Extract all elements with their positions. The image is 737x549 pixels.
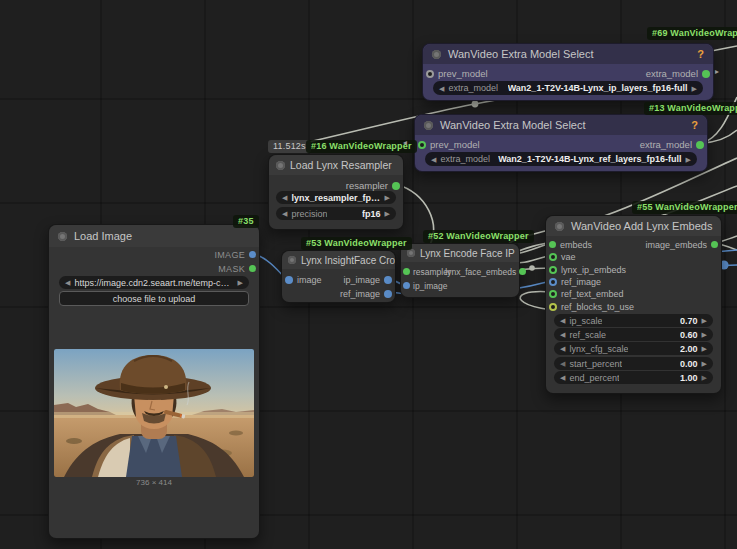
- node-titlebar[interactable]: Lynx InsightFace Crop: [282, 251, 395, 269]
- image-source-combo[interactable]: ◀ https://image.cdn2.seaart.me/temp-conv…: [59, 276, 249, 289]
- node-titlebar[interactable]: WanVideo Extra Model Select ?: [415, 115, 707, 135]
- collapse-dot-icon[interactable]: [288, 256, 296, 264]
- input-slot-resampler[interactable]: resampler: [403, 267, 445, 277]
- widget-right-arrow-icon[interactable]: ▶: [702, 331, 707, 338]
- lynx-resampler-combo[interactable]: ◀ lynx_resampler_fp32-... ▶: [276, 191, 396, 204]
- lynx-cfg-scale-widget[interactable]: ◀ lynx_cfg_scale 2.00 ▶: [554, 342, 713, 355]
- widget-right-arrow-icon[interactable]: ▶: [702, 345, 707, 352]
- help-icon[interactable]: ?: [697, 48, 704, 60]
- widget-left-arrow-icon[interactable]: ◀: [560, 374, 565, 381]
- widget-left-arrow-icon[interactable]: ◀: [560, 317, 565, 324]
- input-slot-embeds[interactable]: embeds: [549, 240, 592, 250]
- output-slot-mask[interactable]: MASK: [218, 264, 256, 274]
- combo-right-arrow-icon[interactable]: ▶: [385, 210, 390, 217]
- input-dot[interactable]: [549, 303, 557, 311]
- choose-file-button[interactable]: choose file to upload: [59, 291, 249, 306]
- combo-right-arrow-icon[interactable]: ▶: [238, 279, 243, 286]
- node-titlebar[interactable]: WanVideo Add Lynx Embeds: [546, 216, 721, 236]
- node-lynx-insightface-crop[interactable]: Lynx InsightFace Crop image ip_image ref…: [281, 250, 396, 303]
- reroute-dot[interactable]: [472, 101, 479, 108]
- ref-scale-widget[interactable]: ◀ ref_scale 0.60 ▶: [554, 328, 713, 341]
- output-slot-ref-image[interactable]: ref_image: [340, 289, 392, 299]
- node-load-image[interactable]: Load Image IMAGE MASK ◀ https://image.cd…: [48, 224, 260, 539]
- collapse-dot-icon[interactable]: [276, 161, 285, 170]
- combo-right-arrow-icon[interactable]: ▶: [385, 194, 390, 201]
- start-percent-widget[interactable]: ◀ start_percent 0.00 ▶: [554, 357, 713, 370]
- output-slot-image-embeds[interactable]: image_embeds: [645, 240, 718, 250]
- combo-left-arrow-icon[interactable]: ◀: [282, 194, 287, 201]
- end-percent-widget[interactable]: ◀ end_percent 1.00 ▶: [554, 371, 713, 384]
- widget-right-arrow-icon[interactable]: ▶: [702, 374, 707, 381]
- extra-model-combo[interactable]: ◀ extra_model Wan2_1-T2V-14B-Lynx_ref_la…: [425, 152, 697, 166]
- node-badge: #52 WanVideoWrapper: [423, 230, 534, 243]
- output-dot[interactable]: [696, 141, 704, 149]
- input-dot[interactable]: [549, 278, 557, 286]
- output-dot[interactable]: [249, 251, 256, 258]
- node-wanvideo-extra-model-select-13[interactable]: WanVideo Extra Model Select ? prev_model…: [414, 114, 708, 172]
- node-load-lynx-resampler[interactable]: Load Lynx Resampler resampler ◀ lynx_res…: [268, 154, 404, 230]
- precision-combo[interactable]: ◀ precision fp16 ▶: [276, 207, 396, 220]
- input-slot-prev-model[interactable]: prev_model: [418, 139, 480, 150]
- widget-left-arrow-icon[interactable]: ◀: [560, 345, 565, 352]
- input-slot-ref-text-embed[interactable]: ref_text_embed: [549, 289, 624, 299]
- input-dot[interactable]: [403, 282, 410, 289]
- widget-left-arrow-icon[interactable]: ◀: [560, 331, 565, 338]
- input-dot[interactable]: [549, 241, 556, 248]
- input-slot-lynx-ip-embeds[interactable]: lynx_ip_embeds: [549, 265, 626, 275]
- input-dot[interactable]: [549, 290, 557, 298]
- node-badge: #13 WanVideoWrapper: [644, 102, 737, 115]
- node-titlebar[interactable]: Lynx Encode Face IP: [401, 244, 519, 262]
- input-dot[interactable]: [418, 141, 426, 149]
- node-wanvideo-add-lynx-embeds[interactable]: WanVideo Add Lynx Embeds embeds image_em…: [545, 215, 722, 394]
- widget-left-arrow-icon[interactable]: ◀: [560, 360, 565, 367]
- input-dot[interactable]: [426, 70, 434, 78]
- combo-left-arrow-icon[interactable]: ◀: [282, 210, 287, 217]
- collapse-dot-icon[interactable]: [424, 121, 433, 130]
- collapse-dot-icon[interactable]: [407, 249, 415, 257]
- input-slot-vae[interactable]: vae: [549, 252, 576, 262]
- input-slot-ref-image[interactable]: ref_image: [549, 277, 601, 287]
- output-slot-extra-model[interactable]: extra_model: [646, 68, 710, 79]
- input-slot-image[interactable]: image: [285, 275, 322, 285]
- output-slot-resampler[interactable]: resampler: [346, 180, 400, 191]
- combo-left-arrow-icon[interactable]: ◀: [439, 85, 444, 92]
- input-dot[interactable]: [549, 266, 557, 274]
- output-dot[interactable]: [702, 70, 710, 78]
- extra-model-combo[interactable]: ◀ extra_model Wan2_1-T2V-14B-Lynx_ip_lay…: [433, 81, 703, 95]
- output-dot[interactable]: [711, 241, 718, 248]
- input-slot-prev-model[interactable]: prev_model: [426, 68, 488, 79]
- output-dot[interactable]: [249, 265, 256, 272]
- node-title: WanVideo Extra Model Select: [440, 119, 586, 131]
- combo-right-arrow-icon[interactable]: ▶: [692, 85, 697, 92]
- node-titlebar[interactable]: Load Lynx Resampler: [269, 155, 403, 175]
- output-dot[interactable]: [384, 290, 392, 298]
- node-titlebar[interactable]: WanVideo Extra Model Select ?: [423, 44, 713, 64]
- collapse-dot-icon[interactable]: [555, 222, 564, 231]
- node-wanvideo-extra-model-select-69[interactable]: WanVideo Extra Model Select ? prev_model…: [422, 43, 714, 101]
- widget-right-arrow-icon[interactable]: ▶: [702, 317, 707, 324]
- collapse-dot-icon[interactable]: [432, 50, 441, 59]
- widget-label: ref_scale: [569, 330, 606, 340]
- combo-left-arrow-icon[interactable]: ◀: [431, 156, 436, 163]
- node-lynx-encode-face-ip[interactable]: Lynx Encode Face IP resampler lynx_face_…: [400, 243, 520, 298]
- input-dot[interactable]: [403, 268, 410, 275]
- output-dot[interactable]: [384, 276, 392, 284]
- input-dot[interactable]: [285, 276, 293, 284]
- collapse-dot-icon[interactable]: [58, 232, 67, 241]
- node-graph-canvas[interactable]: #69 WanVideoWrapper #13 WanVideoWrapper …: [0, 0, 737, 549]
- output-slot-image[interactable]: IMAGE: [214, 250, 256, 260]
- output-slot-ip-image[interactable]: ip_image: [343, 275, 392, 285]
- widget-right-arrow-icon[interactable]: ▶: [702, 360, 707, 367]
- input-slot-ref-blocks-to-use[interactable]: ref_blocks_to_use: [549, 302, 634, 312]
- combo-right-arrow-icon[interactable]: ▶: [686, 156, 691, 163]
- ip-scale-widget[interactable]: ◀ ip_scale 0.70 ▶: [554, 314, 713, 327]
- combo-left-arrow-icon[interactable]: ◀: [65, 279, 70, 286]
- input-slot-ip-image[interactable]: ip_image: [403, 281, 448, 291]
- input-dot[interactable]: [549, 253, 557, 261]
- help-icon[interactable]: ?: [691, 119, 698, 131]
- output-slot-lynx-face-embeds[interactable]: lynx_face_embeds: [445, 267, 517, 277]
- output-dot[interactable]: [392, 182, 400, 190]
- output-slot-extra-model[interactable]: extra_model: [640, 139, 704, 150]
- node-titlebar[interactable]: Load Image: [49, 225, 259, 247]
- reroute-dot[interactable]: [529, 265, 535, 271]
